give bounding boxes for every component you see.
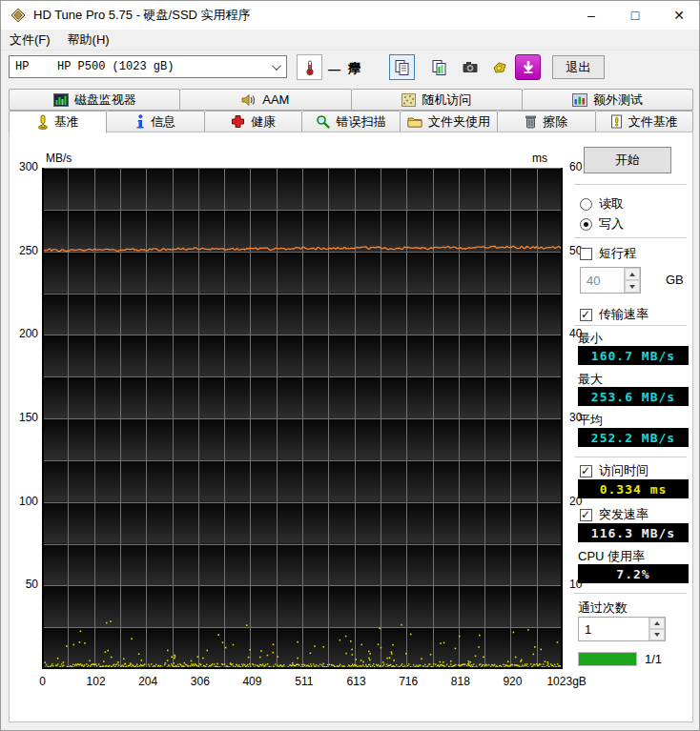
x-tick: 613 xyxy=(347,675,366,688)
short-stroke-size-spinner[interactable]: 40 xyxy=(580,267,641,294)
checkbox-icon xyxy=(580,309,592,321)
x-tick: 0 xyxy=(39,675,46,688)
temperature-value: — xyxy=(328,62,340,76)
start-button[interactable]: 开始 xyxy=(584,147,671,173)
tab-disk-monitor[interactable]: 磁盘监视器 xyxy=(9,89,180,111)
tab-label: 文件夹使用 xyxy=(428,113,490,131)
separator xyxy=(574,237,687,238)
spin-up-button[interactable] xyxy=(625,268,640,280)
x-tick: 102 xyxy=(87,675,106,688)
separator xyxy=(574,184,687,185)
checkbox-icon xyxy=(580,509,592,521)
access-time-display: 0.334 ms xyxy=(578,479,689,498)
tab-extra-tests[interactable]: 额外测试 xyxy=(523,89,693,111)
window-title: HD Tune Pro 5.75 - 硬盘/SSD 实用程序 xyxy=(33,7,251,24)
thermometer-icon xyxy=(302,59,318,76)
tab-health[interactable]: 健康 xyxy=(205,111,302,132)
tab-benchmark[interactable]: 基准 xyxy=(9,111,107,133)
x-tick: 409 xyxy=(242,675,261,688)
min-value-display: 160.7 MB/s xyxy=(578,346,689,365)
tab-random-access[interactable]: 随机访问 xyxy=(352,89,523,111)
menu-bar: 文件(F) 帮助(H) xyxy=(1,30,700,51)
avg-value-display: 252.2 MB/s xyxy=(578,428,689,447)
tab-label: 随机访问 xyxy=(422,91,471,109)
tab-error-scan[interactable]: 错误扫描 xyxy=(302,111,400,132)
spin-down-button[interactable] xyxy=(649,629,665,640)
copy-image-button[interactable] xyxy=(426,54,452,80)
write-radio[interactable]: 写入 xyxy=(580,216,624,232)
avg-label: 平均 xyxy=(578,412,603,429)
max-value-display: 253.6 MB/s xyxy=(578,387,689,406)
error-scan-icon xyxy=(316,114,330,129)
exit-button[interactable]: 退出 xyxy=(552,55,605,79)
speaker-icon xyxy=(241,93,257,107)
pass-count-label: 通过次数 xyxy=(578,599,628,617)
read-radio[interactable]: 读取 xyxy=(580,196,624,212)
chevron-down-icon xyxy=(272,61,281,71)
benchmark-page: MB/sms3002502001501005060504030201001022… xyxy=(9,132,693,722)
pass-count-spinner[interactable]: 1 xyxy=(578,617,666,641)
tab-aam[interactable]: AAM xyxy=(180,89,351,111)
save-button[interactable] xyxy=(486,54,512,80)
spin-down-button[interactable] xyxy=(625,280,640,293)
copy-image-icon xyxy=(431,59,448,76)
y-left-tick: 200 xyxy=(11,327,38,340)
short-stroke-checkbox[interactable]: 短行程 xyxy=(580,246,636,261)
minimize-button[interactable]: – xyxy=(569,1,613,30)
y-left-tick: 150 xyxy=(11,411,38,424)
pass-progress-bar xyxy=(578,652,637,666)
radio-circle-icon xyxy=(580,198,592,211)
tab-folder-usage[interactable]: 文件夹使用 xyxy=(401,111,498,132)
min-label: 最小 xyxy=(578,330,603,347)
maximize-button[interactable]: □ xyxy=(613,1,657,30)
tab-label: AAM xyxy=(262,92,289,107)
access-time-checkbox[interactable]: 访问时间 xyxy=(580,463,649,478)
screenshot-button[interactable] xyxy=(457,54,483,80)
copy-text-button[interactable] xyxy=(389,54,415,80)
extra-tests-icon xyxy=(572,93,587,107)
exit-button-label: 退出 xyxy=(566,59,591,76)
download-button[interactable] xyxy=(515,54,541,80)
tab-label: 信息 xyxy=(151,113,175,131)
tab-label: 擦除 xyxy=(543,113,567,131)
max-label: 最大 xyxy=(578,371,603,388)
tab-erase[interactable]: 擦除 xyxy=(498,111,595,132)
y-right-tick: 60 xyxy=(569,160,582,173)
tab-file-benchmark[interactable]: 文件基准 xyxy=(596,111,693,132)
toolbar: HP HP P500 (1023 gB) — 癴 xyxy=(1,51,700,87)
cpu-usage-label: CPU 使用率 xyxy=(578,548,645,565)
hd-tune-window: { "window": { "title": "HD Tune Pro 5.75… xyxy=(0,0,700,731)
transfer-rate-checkbox[interactable]: 传输速率 xyxy=(580,307,649,322)
cpu-usage-display: 7.2% xyxy=(578,564,689,583)
download-arrow-icon xyxy=(522,61,535,74)
title-bar: HD Tune Pro 5.75 - 硬盘/SSD 实用程序 – □ ✕ xyxy=(1,1,700,30)
y-left-tick: 250 xyxy=(11,244,38,257)
y-left-tick: 300 xyxy=(11,160,38,173)
x-tick: 920 xyxy=(503,675,522,688)
temperature-unit: 癴 xyxy=(348,60,360,77)
tab-label: 额外测试 xyxy=(593,91,643,109)
copy-text-icon xyxy=(394,59,411,76)
radio-circle-icon xyxy=(580,218,592,231)
burst-rate-checkbox[interactable]: 突发速率 xyxy=(580,507,649,522)
short-stroke-size-value: 40 xyxy=(581,268,624,293)
spin-up-button[interactable] xyxy=(649,618,665,629)
erase-icon xyxy=(525,114,537,129)
tab-label: 磁盘监视器 xyxy=(74,91,136,109)
temperature-button[interactable] xyxy=(297,54,322,80)
drive-model: HP P500 (1023 gB) xyxy=(57,60,174,73)
menu-help[interactable]: 帮助(H) xyxy=(59,30,118,51)
close-button[interactable]: ✕ xyxy=(657,1,700,30)
x-tick: 716 xyxy=(399,675,418,688)
access-time-label: 访问时间 xyxy=(599,462,649,479)
menu-file[interactable]: 文件(F) xyxy=(1,30,59,51)
separator xyxy=(574,325,687,326)
spinner-arrows xyxy=(649,618,665,640)
drive-select-dropdown[interactable]: HP HP P500 (1023 gB) xyxy=(9,55,287,78)
benchmark-icon xyxy=(37,114,49,130)
pass-progress-fill xyxy=(579,653,636,665)
tab-info[interactable]: 信息 xyxy=(107,111,204,132)
triangle-down-icon xyxy=(654,633,660,637)
tab-label: 基准 xyxy=(54,113,79,131)
window-controls: – □ ✕ xyxy=(569,1,700,30)
